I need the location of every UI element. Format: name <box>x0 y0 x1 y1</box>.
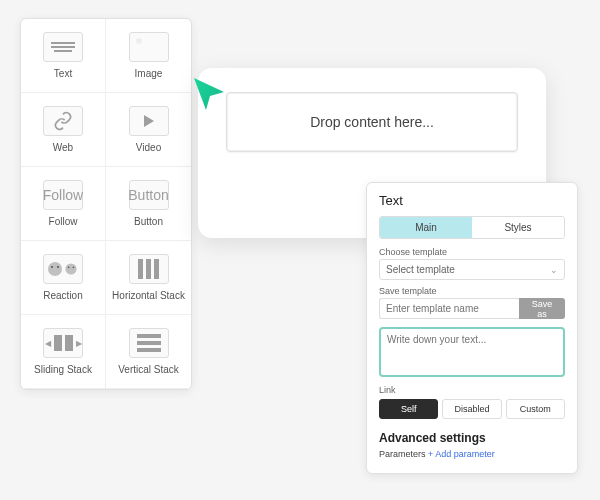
palette-item-label: Video <box>136 142 161 153</box>
palette-item-button[interactable]: Button Button <box>106 167 191 241</box>
text-icon <box>43 32 83 62</box>
button-icon: Button <box>129 180 169 210</box>
play-icon <box>129 106 169 136</box>
sliding-stack-icon: ◀▶ <box>43 328 83 358</box>
template-select-value: Select template <box>386 264 455 275</box>
horizontal-stack-icon <box>129 254 169 284</box>
element-palette: Text Image Web Video Follow Follow Butto… <box>20 18 192 390</box>
tab-main[interactable]: Main <box>380 217 472 238</box>
choose-template-label: Choose template <box>379 247 565 257</box>
image-icon <box>129 32 169 62</box>
follow-button-icon: Follow <box>43 180 83 210</box>
palette-item-label: Sliding Stack <box>34 364 92 375</box>
palette-item-label: Web <box>53 142 73 153</box>
save-template-label: Save template <box>379 286 565 296</box>
link-option-disabled[interactable]: Disabled <box>442 399 501 419</box>
vertical-stack-icon <box>129 328 169 358</box>
save-as-button[interactable]: Save as <box>519 298 565 319</box>
link-option-self[interactable]: Self <box>379 399 438 419</box>
palette-item-label: Text <box>54 68 72 79</box>
link-label: Link <box>379 385 565 395</box>
palette-item-image[interactable]: Image <box>106 19 191 93</box>
palette-item-vstack[interactable]: Vertical Stack <box>106 315 191 389</box>
reaction-icon <box>43 254 83 284</box>
panel-tabs: Main Styles <box>379 216 565 239</box>
properties-panel: Text Main Styles Choose template Select … <box>366 182 578 474</box>
content-dropzone[interactable]: Drop content here... <box>226 92 518 152</box>
text-content-textarea[interactable] <box>379 327 565 377</box>
link-icon <box>43 106 83 136</box>
template-select[interactable]: Select template ⌄ <box>379 259 565 280</box>
palette-item-label: Button <box>134 216 163 227</box>
tab-styles[interactable]: Styles <box>472 217 564 238</box>
template-name-input[interactable] <box>379 298 519 319</box>
parameters-label: Parameters <box>379 449 426 459</box>
palette-item-label: Vertical Stack <box>118 364 179 375</box>
palette-item-hstack[interactable]: Horizontal Stack <box>106 241 191 315</box>
chevron-down-icon: ⌄ <box>550 265 558 275</box>
dropzone-text: Drop content here... <box>310 114 434 130</box>
palette-item-follow[interactable]: Follow Follow <box>21 167 106 241</box>
palette-item-label: Follow <box>49 216 78 227</box>
palette-item-label: Image <box>135 68 163 79</box>
add-parameter-link[interactable]: + Add parameter <box>428 449 495 459</box>
link-option-custom[interactable]: Custom <box>506 399 565 419</box>
palette-item-web[interactable]: Web <box>21 93 106 167</box>
advanced-settings-heading: Advanced settings <box>379 431 565 445</box>
panel-title: Text <box>379 193 565 208</box>
palette-item-label: Horizontal Stack <box>112 290 185 301</box>
palette-item-video[interactable]: Video <box>106 93 191 167</box>
parameters-row: Parameters + Add parameter <box>379 449 565 459</box>
palette-item-text[interactable]: Text <box>21 19 106 93</box>
palette-item-sliding[interactable]: ◀▶ Sliding Stack <box>21 315 106 389</box>
palette-item-label: Reaction <box>43 290 82 301</box>
palette-item-reaction[interactable]: Reaction <box>21 241 106 315</box>
